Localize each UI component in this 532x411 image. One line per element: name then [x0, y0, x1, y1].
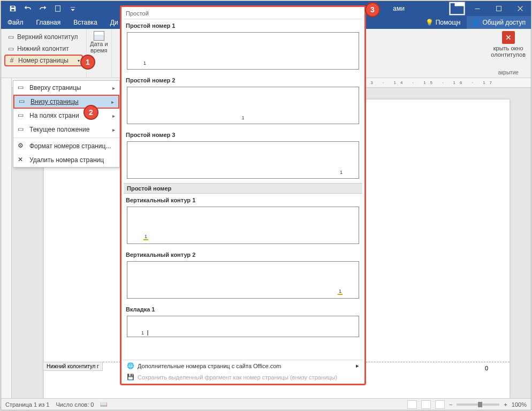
close-button[interactable] [510, 1, 531, 16]
undo-button[interactable] [20, 1, 35, 16]
footer-button[interactable]: ▭Нижний колонтит [4, 43, 83, 55]
close-group-label: акрытие [498, 70, 518, 75]
zoom-slider[interactable] [457, 404, 499, 406]
tell-me-button[interactable]: 💡Помощн [419, 16, 467, 29]
gallery-section-header: Простой номер [124, 183, 362, 194]
gallery-item-simple1[interactable]: 1 [127, 32, 359, 70]
chevron-right-icon: ▸ [111, 99, 114, 105]
footer-icon: ▭ [6, 44, 15, 53]
menu-format-numbers[interactable]: ⚙Формат номеров страниц... [13, 139, 119, 153]
office-icon: 🌐 [127, 362, 134, 369]
close-header-footer-button[interactable]: ✕ [502, 31, 515, 44]
tab-home[interactable]: Главная [30, 16, 67, 29]
chevron-right-icon: ▸ [112, 127, 115, 133]
svg-rect-3 [475, 9, 480, 9]
tab-insert[interactable]: Вставка [67, 16, 104, 29]
menu-separator [13, 138, 119, 138]
header-footer-group: ▭Верхний колонтитул ▭Нижний колонтит #Но… [1, 29, 87, 78]
page-margins-icon: ▭ [18, 111, 26, 120]
status-language-icon[interactable]: 📖 [100, 401, 108, 408]
page-bottom-icon: ▭ [19, 97, 27, 106]
header-label: Верхний колонтитул [17, 33, 78, 41]
view-read-button[interactable] [407, 400, 417, 409]
gallery-more-office[interactable]: 🌐Дополнительные номера страниц с сайта O… [123, 360, 363, 371]
page-number-button[interactable]: #Номер страницы▾ [4, 55, 83, 66]
page-number-label: Номер страницы [18, 57, 69, 64]
header-button[interactable]: ▭Верхний колонтитул [4, 31, 83, 43]
window-controls [447, 1, 531, 16]
gallery-save-label: Сохранить выделенный фрагмент как номер … [138, 374, 337, 380]
menu-page-margins[interactable]: ▭На полях страни▸ [13, 109, 119, 123]
page-number-icon: # [7, 56, 16, 65]
tab-file[interactable]: Файл [1, 16, 30, 29]
gallery-item-title: Вкладка 1 [124, 303, 362, 315]
close-label1: крыть окно [493, 45, 523, 51]
gallery-more-label: Дополнительные номера страниц с сайта Of… [138, 363, 281, 369]
gallery-item-vert2[interactable]: 1 [127, 261, 359, 299]
minimize-button[interactable] [467, 1, 488, 16]
share-button[interactable]: 👤Общий доступ [467, 16, 531, 29]
page-top-icon: ▭ [18, 83, 26, 92]
quick-access-toolbar [1, 1, 80, 16]
vertical-ruler[interactable] [1, 78, 12, 398]
remove-icon: ✕ [18, 156, 26, 164]
menu-remove-numbers[interactable]: ✕Удалить номера страниц [13, 153, 119, 167]
save-button[interactable] [5, 1, 20, 16]
callout-2: 2 [83, 105, 98, 120]
cursor-icon: ▭ [18, 125, 26, 134]
view-web-button[interactable] [435, 400, 445, 409]
status-page[interactable]: Страница 1 из 1 [5, 401, 49, 408]
view-print-button[interactable] [421, 400, 431, 409]
gallery-save-selection: 💾Сохранить выделенный фрагмент как номер… [123, 371, 363, 383]
new-doc-button[interactable] [50, 1, 65, 16]
page-number-menu: ▭Вверху страницы▸ ▭Внизу страницы▸ ▭На п… [13, 80, 120, 168]
chevron-right-icon: ▸ [112, 85, 115, 91]
datetime-label2: время [90, 47, 108, 54]
menu-bottom-of-page[interactable]: ▭Внизу страницы▸ [13, 95, 119, 109]
gallery-item-simple3[interactable]: 1 [127, 141, 359, 179]
datetime-label: Дата и [90, 41, 108, 47]
header-icon: ▭ [6, 33, 15, 41]
calendar-icon [94, 31, 104, 41]
callout-3: 3 [365, 2, 380, 17]
gallery-item-tab1[interactable]: 1 [127, 316, 359, 337]
zoom-out-button[interactable]: − [449, 401, 452, 408]
zoom-in-button[interactable]: + [504, 401, 507, 408]
zoom-thumb[interactable] [478, 402, 482, 407]
footer-tab-label: Нижний колонтитул г [43, 362, 103, 371]
menu-label: Формат номеров страниц... [29, 142, 111, 150]
gallery-item-title: Вертикальный контур 2 [124, 248, 362, 260]
tell-me-label: Помощн [436, 19, 461, 26]
chevron-down-icon: ▾ [78, 58, 80, 63]
menu-top-of-page[interactable]: ▭Вверху страницы▸ [13, 81, 119, 95]
close-group: ✕ крыть окно олонтитулов акрытие [485, 29, 531, 78]
menu-label: Вверху страницы [29, 84, 81, 92]
page-number-gallery: Простой Простой номер 1 1 Простой номер … [120, 5, 366, 385]
gallery-header: Простой [124, 9, 362, 19]
page-number-field[interactable]: 0 [485, 365, 488, 371]
ribbon-options-button[interactable] [447, 1, 467, 16]
gallery-footer: 🌐Дополнительные номера страниц с сайта O… [123, 360, 363, 383]
gallery-item-title: Простой номер 2 [124, 74, 362, 86]
gallery-item-simple2[interactable]: 1 [127, 87, 359, 124]
svg-rect-2 [455, 3, 465, 6]
callout-1: 1 [80, 55, 95, 70]
menu-label: Текущее положение [29, 126, 89, 133]
status-words[interactable]: Число слов: 0 [56, 401, 94, 408]
qat-customize-button[interactable] [65, 1, 80, 16]
menu-current-position[interactable]: ▭Текущее положение▸ [13, 123, 119, 136]
maximize-button[interactable] [488, 1, 510, 16]
lightbulb-icon: 💡 [425, 19, 434, 26]
close-label2: олонтитулов [491, 51, 526, 58]
gallery-item-title: Простой номер 1 [124, 19, 362, 31]
share-label: Общий доступ [482, 19, 526, 26]
svg-rect-0 [56, 6, 60, 12]
redo-button[interactable] [35, 1, 50, 16]
share-icon: 👤 [472, 19, 480, 26]
chevron-right-icon: ▸ [112, 113, 115, 119]
gallery-item-vert1[interactable]: 1 [127, 207, 359, 244]
menu-label: Удалить номера страниц [29, 156, 104, 164]
zoom-level[interactable]: 100% [512, 401, 527, 408]
footer-label: Нижний колонтит [17, 45, 69, 52]
status-bar: Страница 1 из 1 Число слов: 0 📖 − + 100% [1, 398, 531, 410]
